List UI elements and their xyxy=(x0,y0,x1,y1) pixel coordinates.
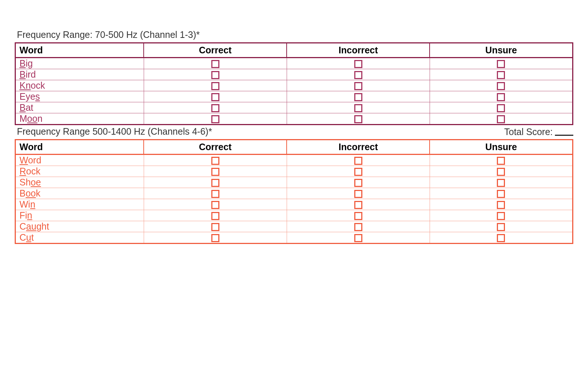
t2-word: Win xyxy=(15,199,144,210)
table-1: Word Correct Incorrect Unsure BigBirdKno… xyxy=(15,42,573,125)
checkbox-correct[interactable] xyxy=(211,212,219,220)
t2-incorrect-cell xyxy=(287,210,430,221)
total-score-blank[interactable] xyxy=(555,135,573,136)
t2-correct-cell xyxy=(144,232,287,244)
t2-unsure-cell xyxy=(430,199,573,210)
checkbox-unsure[interactable] xyxy=(497,190,505,198)
checkbox-unsure[interactable] xyxy=(497,179,505,187)
t1-h-unsure: Unsure xyxy=(430,43,573,58)
t2-word: Word xyxy=(15,155,144,166)
t1-correct-cell xyxy=(144,102,287,113)
checkbox-unsure[interactable] xyxy=(497,212,505,220)
t2-h-unsure: Unsure xyxy=(430,140,573,155)
checkbox-unsure[interactable] xyxy=(497,104,505,112)
checkbox-incorrect[interactable] xyxy=(354,190,362,198)
t2-correct-cell xyxy=(144,199,287,210)
checkbox-unsure[interactable] xyxy=(497,71,505,79)
checkbox-incorrect[interactable] xyxy=(354,93,362,101)
t2-word: Fin xyxy=(15,210,144,221)
checkbox-incorrect[interactable] xyxy=(354,157,362,165)
checkbox-incorrect[interactable] xyxy=(354,104,362,112)
t1-word: Big xyxy=(15,58,144,69)
checkbox-correct[interactable] xyxy=(211,82,219,90)
table-row: Moon xyxy=(15,113,573,125)
t1-unsure-cell xyxy=(430,80,573,91)
checkbox-correct[interactable] xyxy=(211,115,219,123)
t2-body: WordRockShoeBookWinFinCaughtCut xyxy=(15,155,573,244)
checkbox-unsure[interactable] xyxy=(497,168,505,176)
checkbox-unsure[interactable] xyxy=(497,223,505,231)
t1-h-incorrect: Incorrect xyxy=(287,43,430,58)
t1-incorrect-cell xyxy=(287,58,430,69)
t1-correct-cell xyxy=(144,80,287,91)
checkbox-correct[interactable] xyxy=(211,71,219,79)
t2-unsure-cell xyxy=(430,166,573,177)
checkbox-correct[interactable] xyxy=(211,234,219,242)
checkbox-incorrect[interactable] xyxy=(354,201,362,209)
t1-correct-cell xyxy=(144,69,287,80)
t1-correct-cell xyxy=(144,91,287,102)
t1-incorrect-cell xyxy=(287,102,430,113)
t2-unsure-cell xyxy=(430,210,573,221)
total-score-label: Total Score: xyxy=(504,127,553,137)
checkbox-correct[interactable] xyxy=(211,157,219,165)
t1-unsure-cell xyxy=(430,69,573,80)
t2-incorrect-cell xyxy=(287,166,430,177)
table-row: Bat xyxy=(15,102,573,113)
checkbox-unsure[interactable] xyxy=(497,157,505,165)
table-row: Win xyxy=(15,199,573,210)
t2-correct-cell xyxy=(144,221,287,232)
t1-word: Knock xyxy=(15,80,144,91)
table-row: Rock xyxy=(15,166,573,177)
checkbox-unsure[interactable] xyxy=(497,60,505,68)
t2-correct-cell xyxy=(144,177,287,188)
t2-incorrect-cell xyxy=(287,221,430,232)
table-row: Knock xyxy=(15,80,573,91)
table-row: Cut xyxy=(15,232,573,244)
t1-h-correct: Correct xyxy=(144,43,287,58)
t2-correct-cell xyxy=(144,166,287,177)
t2-unsure-cell xyxy=(430,221,573,232)
table-row: Caught xyxy=(15,221,573,232)
t2-h-correct: Correct xyxy=(144,140,287,155)
checkbox-correct[interactable] xyxy=(211,104,219,112)
checkbox-correct[interactable] xyxy=(211,93,219,101)
t1-incorrect-cell xyxy=(287,69,430,80)
checkbox-incorrect[interactable] xyxy=(354,179,362,187)
t2-correct-cell xyxy=(144,188,287,199)
t2-unsure-cell xyxy=(430,232,573,244)
t2-word: Rock xyxy=(15,166,144,177)
checkbox-unsure[interactable] xyxy=(497,93,505,101)
checkbox-unsure[interactable] xyxy=(497,115,505,123)
checkbox-correct[interactable] xyxy=(211,179,219,187)
t2-word: Shoe xyxy=(15,177,144,188)
checkbox-incorrect[interactable] xyxy=(354,115,362,123)
checkbox-correct[interactable] xyxy=(211,168,219,176)
checkbox-correct[interactable] xyxy=(211,60,219,68)
checkbox-unsure[interactable] xyxy=(497,201,505,209)
checkbox-correct[interactable] xyxy=(211,223,219,231)
section1-title: Frequency Range: 70-500 Hz (Channel 1-3)… xyxy=(17,29,573,40)
t1-word: Bat xyxy=(15,102,144,113)
t2-h-incorrect: Incorrect xyxy=(287,140,430,155)
checkbox-incorrect[interactable] xyxy=(354,82,362,90)
table-row: Big xyxy=(15,58,573,69)
t2-incorrect-cell xyxy=(287,177,430,188)
t2-correct-cell xyxy=(144,155,287,166)
t2-incorrect-cell xyxy=(287,155,430,166)
checkbox-incorrect[interactable] xyxy=(354,223,362,231)
checkbox-unsure[interactable] xyxy=(497,82,505,90)
checkbox-incorrect[interactable] xyxy=(354,168,362,176)
checkbox-incorrect[interactable] xyxy=(354,212,362,220)
checkbox-incorrect[interactable] xyxy=(354,71,362,79)
checkbox-correct[interactable] xyxy=(211,190,219,198)
t2-incorrect-cell xyxy=(287,199,430,210)
checkbox-incorrect[interactable] xyxy=(354,60,362,68)
t2-correct-cell xyxy=(144,210,287,221)
checkbox-incorrect[interactable] xyxy=(354,234,362,242)
checkbox-correct[interactable] xyxy=(211,201,219,209)
t2-unsure-cell xyxy=(430,188,573,199)
t1-incorrect-cell xyxy=(287,91,430,102)
checkbox-unsure[interactable] xyxy=(497,234,505,242)
table-row: Eyes xyxy=(15,91,573,102)
